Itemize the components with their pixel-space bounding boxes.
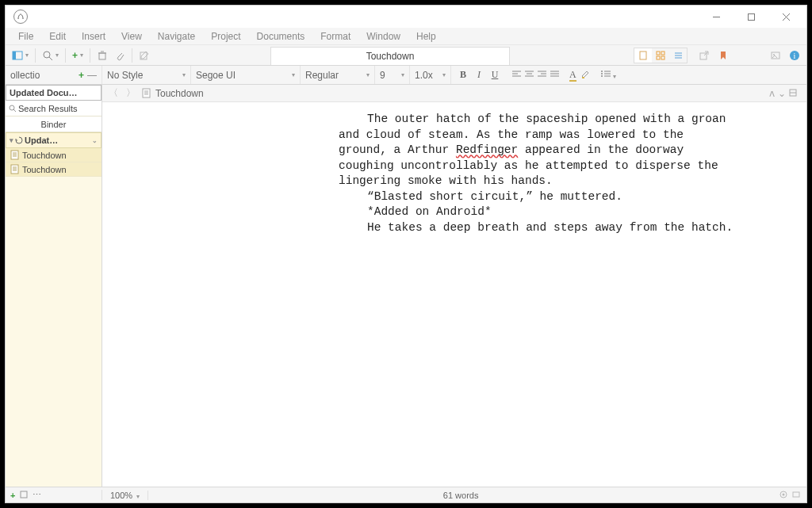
- app-window: File Edit Insert View Navigate Project D…: [5, 5, 807, 503]
- status-options-button[interactable]: [20, 491, 28, 500]
- svg-text:i: i: [794, 52, 796, 60]
- align-center-button[interactable]: [524, 70, 534, 81]
- binder-item-0[interactable]: Touchdown: [6, 148, 102, 162]
- collections-label: ollectio: [10, 70, 40, 81]
- editor-line: ground, a Arthur: [339, 143, 456, 156]
- trash-button[interactable]: [94, 48, 111, 63]
- titlebar: [6, 6, 806, 28]
- compose-button[interactable]: [136, 48, 153, 63]
- svg-line-45: [13, 109, 16, 112]
- editor-up-button[interactable]: ʌ: [769, 88, 775, 99]
- linespacing-dropdown[interactable]: 1.0x▾: [410, 66, 451, 84]
- align-justify-button[interactable]: [550, 70, 560, 81]
- menu-edit[interactable]: Edit: [43, 29, 72, 44]
- breadcrumb-doc[interactable]: Touchdown: [155, 88, 204, 99]
- binder-panel: Updated Docu… Search Results Binder ▾ Up…: [6, 85, 102, 487]
- app-icon: [13, 10, 28, 24]
- textcolor-button[interactable]: A: [569, 69, 576, 81]
- linespacing-value: 1.0x: [415, 70, 433, 81]
- zoom-control[interactable]: 100% ▾: [102, 491, 148, 500]
- binder-item-1[interactable]: Touchdown: [6, 162, 102, 177]
- binder-folder-updated[interactable]: ▾ Updat… ⌄: [6, 132, 102, 148]
- svg-rect-1: [748, 13, 754, 20]
- bookmark-button[interactable]: [714, 48, 732, 63]
- editor-canvas[interactable]: The outer hatch of the spaceship opened …: [102, 102, 806, 487]
- menu-window[interactable]: Window: [360, 29, 407, 44]
- binder-folder-label: Updat…: [25, 136, 58, 145]
- editor-line: lingering smoke with his hands.: [339, 174, 553, 187]
- menu-navigate[interactable]: Navigate: [151, 29, 201, 44]
- wordcount[interactable]: 61 words: [148, 491, 773, 500]
- list-button[interactable]: ▾: [600, 69, 616, 81]
- size-value: 9: [380, 70, 385, 81]
- image-panel-button[interactable]: [767, 48, 784, 63]
- status-more-button[interactable]: ⋯: [33, 490, 42, 500]
- editor-line: The outer hatch of the spaceship opened …: [367, 113, 726, 125]
- binder-search-label: Search Results: [18, 104, 78, 113]
- document-tab[interactable]: Touchdown: [270, 47, 511, 65]
- underline-button[interactable]: U: [488, 69, 502, 81]
- binder-tab-binder[interactable]: Binder: [6, 116, 102, 132]
- view-single-button[interactable]: [634, 48, 652, 63]
- svg-rect-16: [661, 56, 665, 59]
- statusbar: + ⋯ 100% ▾ 61 words: [6, 487, 806, 502]
- svg-rect-13: [657, 52, 660, 55]
- svg-point-38: [601, 71, 603, 72]
- svg-point-6: [44, 52, 50, 58]
- size-dropdown[interactable]: 9▾: [375, 66, 410, 84]
- editor-area: 〈 〉 Touchdown ʌ ⌄ The outer hatch of the…: [102, 85, 806, 487]
- binder-tab-updated[interactable]: Updated Docu…: [6, 85, 102, 101]
- weight-value: Regular: [305, 70, 339, 81]
- font-dropdown[interactable]: Segoe UI▾: [191, 66, 301, 84]
- svg-point-42: [601, 75, 603, 77]
- menu-project[interactable]: Project: [205, 29, 247, 44]
- close-button[interactable]: [768, 6, 803, 28]
- add-button[interactable]: +▾: [69, 48, 86, 63]
- status-add-button[interactable]: +: [10, 491, 15, 500]
- editor-text[interactable]: The outer hatch of the spaceship opened …: [339, 112, 759, 236]
- binder-tab-search[interactable]: Search Results: [6, 101, 102, 116]
- status-view-button[interactable]: [792, 491, 800, 500]
- main-toolbar: ▾ ▾ +▾ Touchdown: [6, 45, 806, 66]
- italic-button[interactable]: I: [472, 69, 486, 81]
- svg-rect-15: [657, 56, 660, 59]
- collection-add-button[interactable]: +: [79, 70, 84, 81]
- nav-back-button[interactable]: 〈: [107, 86, 120, 100]
- align-left-button[interactable]: [511, 70, 522, 81]
- view-outline-button[interactable]: [669, 48, 687, 63]
- search-button[interactable]: ▾: [39, 48, 62, 63]
- align-right-button[interactable]: [537, 70, 547, 81]
- editor-split-button[interactable]: [789, 88, 797, 99]
- maximize-button[interactable]: [733, 6, 768, 28]
- collection-remove-button[interactable]: —: [87, 70, 97, 81]
- open-external-button[interactable]: [695, 48, 713, 63]
- highlight-button[interactable]: [580, 68, 591, 82]
- view-cork-button[interactable]: [652, 48, 669, 63]
- menu-documents[interactable]: Documents: [251, 29, 312, 44]
- nav-forward-button[interactable]: 〉: [124, 86, 137, 100]
- attach-button[interactable]: [111, 48, 128, 63]
- format-bar: ollectio + — No Style▾ Segoe UI▾ Regular…: [6, 66, 806, 85]
- menu-insert[interactable]: Insert: [75, 29, 112, 44]
- svg-rect-63: [793, 492, 799, 497]
- spell-error: Redfinger: [456, 143, 518, 156]
- binder-toggle-button[interactable]: ▾: [9, 48, 32, 63]
- document-icon: [142, 88, 151, 98]
- menu-help[interactable]: Help: [410, 29, 442, 44]
- info-button[interactable]: i: [786, 48, 803, 63]
- editor-down-button[interactable]: ⌄: [778, 88, 786, 99]
- editor-line: He takes a deep breath and steps away fr…: [367, 221, 733, 234]
- menu-file[interactable]: File: [12, 29, 40, 44]
- svg-rect-60: [21, 491, 27, 498]
- weight-dropdown[interactable]: Regular▾: [301, 66, 375, 84]
- svg-rect-12: [640, 52, 646, 59]
- menu-view[interactable]: View: [115, 29, 148, 44]
- style-value: No Style: [107, 70, 143, 81]
- style-dropdown[interactable]: No Style▾: [102, 66, 191, 84]
- minimize-button[interactable]: [699, 6, 733, 28]
- status-target-button[interactable]: [779, 491, 787, 500]
- menu-format[interactable]: Format: [314, 29, 357, 44]
- editor-line: appeared in the doorway: [518, 143, 684, 156]
- breadcrumb-bar: 〈 〉 Touchdown ʌ ⌄: [102, 85, 806, 102]
- bold-button[interactable]: B: [456, 69, 470, 81]
